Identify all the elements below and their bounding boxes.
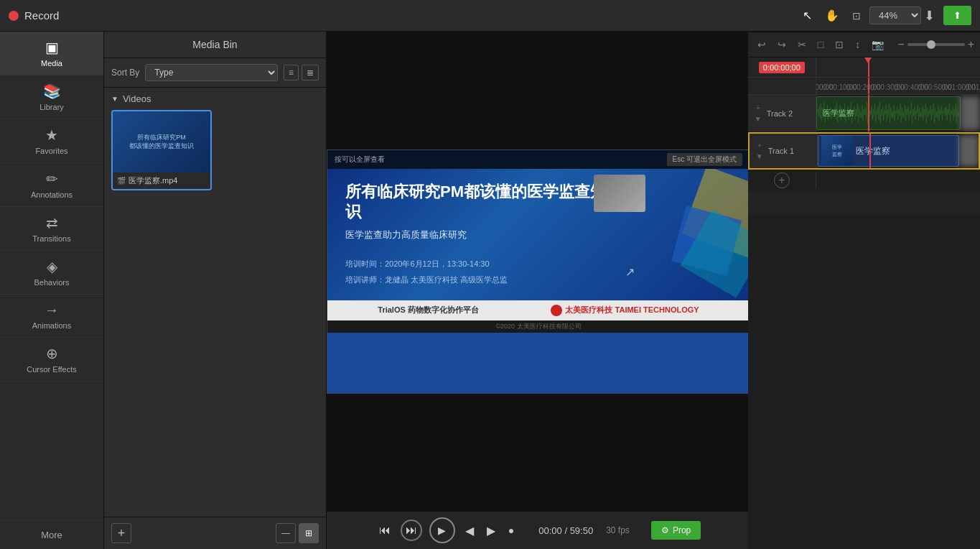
track-2-clip[interactable]: 医学监察 [816,96,961,130]
favorites-icon: ★ [45,126,58,144]
vid-header-left: 按可以全屏查看 [335,154,385,165]
track-2-collapse-button[interactable]: ▼ [754,114,762,124]
track-1-collapse-button[interactable]: ▼ [755,152,764,161]
track-1-clip-label: 医学监察 [856,145,890,157]
track-1-content[interactable]: 医学监察 医学监察 [818,134,979,168]
preview-and-props: 按可以全屏查看 Esc 可退出全屏模式 [327,32,748,549]
preview-area: 按可以全屏查看 Esc 可退出全屏模式 [327,32,748,549]
video-thumb-image: 所有临床研究PM都该懂的医学监查知识 [113,111,210,172]
playhead-track[interactable] [816,57,980,77]
zoom-timeline-slider[interactable] [907,43,965,46]
next-frame-button[interactable]: ▶ [484,521,498,540]
sidebar-item-transitions[interactable]: ⇄ Transitions [0,207,103,251]
media-bin: Media Bin Sort By Type Name Date ≡ ≣ [104,32,327,549]
zoom-out-button[interactable]: − [897,38,904,51]
behaviors-icon: ◈ [47,258,57,275]
sidebar-item-library[interactable]: 📚 Library [0,75,103,119]
sidebar-item-behaviors[interactable]: ◈ Behaviors [0,251,103,295]
crop-tool-button[interactable]: ⊡ [848,7,865,24]
sidebar: ▣ Media 📚 Library ★ Favorites ✏ Annotati… [0,32,104,549]
sort-label: Sort By [111,68,139,78]
vid-logos-bar: TrialOS 药物数字化协作平台 太美医疗科技 TAIMEI TECHNOLO… [327,300,748,320]
track-2-row: + ▼ Track 2 医学监察 [748,95,980,132]
top-bar: Record ↖ ✋ ⊡ 44% 25% 50% 75% 100% ⬇ ⬆ [0,0,980,32]
split-button[interactable]: ↕ [851,37,864,52]
zoom-select[interactable]: 44% 25% 50% 75% 100% [869,6,921,24]
media-icon: ▣ [45,39,59,56]
thumb-text: 所有临床研究PM都该懂的医学监查知识 [129,134,194,150]
hand-tool-button[interactable]: ✋ [821,6,844,25]
download-button[interactable]: ⬇ [921,5,938,27]
track-2-blurred [961,96,980,130]
redo-button[interactable]: ↪ [774,37,790,52]
play-button[interactable]: ▶ [429,517,455,543]
sidebar-item-cursor-effects[interactable]: ⊕ Cursor Effects [0,338,103,382]
video-file-icon: 🎬 [117,177,126,185]
vid-header-bar: 按可以全屏查看 Esc 可退出全屏模式 [327,150,748,169]
copy-button[interactable]: □ [814,37,827,52]
sidebar-item-more[interactable]: More [0,520,103,549]
video-thumb-name: 🎬 医学监察.mp4 [113,172,210,189]
section-arrow-icon: ▼ [111,95,118,103]
time-current: 00:00 [538,525,562,536]
share-button[interactable]: ⬆ [943,6,971,25]
grid-view-button[interactable]: ⊞ [299,523,319,543]
sidebar-item-animations[interactable]: → Animations [0,295,103,338]
sidebar-item-label-favorites: Favorites [35,147,67,155]
timeline-toolbar: ↩ ↪ ✂ □ ⊡ ↕ 📷 − + [748,32,980,57]
skip-back-button[interactable]: ⏮ [376,521,393,540]
gear-icon: ⚙ [661,525,669,535]
logo2-text: 太美医疗科技 TAIMEI TECHNOLOGY [551,305,699,316]
cut-button[interactable]: ✂ [794,37,810,52]
sort-asc-button[interactable]: ≡ [284,65,299,80]
media-bin-header: Media Bin [104,32,326,58]
vid-main-content: 所有临床研究PM都该懂的医学监查知识 医学监查助力高质量临床研究 培训时间：20… [327,169,748,300]
add-media-button[interactable]: + [111,523,131,543]
track-2-name: Track 2 [767,109,793,118]
playhead-row: 0:00:00;00 [748,57,980,78]
media-bin-footer: + — ⊞ [104,517,326,549]
sidebar-item-label-behaviors: Behaviors [34,278,70,287]
video-thumbnail-item[interactable]: 所有临床研究PM都该懂的医学监查知识 🎬 医学监察.mp4 [111,110,212,190]
vid-corner-img [594,175,645,212]
stop-button[interactable]: ● [505,522,517,539]
cursor-tool-button[interactable]: ↖ [798,6,816,25]
prop-btn-label: Prop [673,525,691,535]
sidebar-item-annotations[interactable]: ✏ Annotations [0,163,103,207]
zoom-in-button[interactable]: + [968,38,974,51]
app-title: Record [24,9,798,22]
undo-button[interactable]: ↩ [754,37,770,52]
properties-button[interactable]: ⚙ Prop [651,521,701,540]
sort-select[interactable]: Type Name Date [145,64,278,81]
cursor-effects-icon: ⊕ [46,345,58,362]
logo2-dot [551,305,562,316]
content-area: Media Bin Sort By Type Name Date ≡ ≣ [104,32,748,549]
playhead-label: 0:00:00;00 [748,57,816,77]
ruler-label-space [748,78,816,94]
list-view-button[interactable]: — [276,523,296,543]
sidebar-item-favorites[interactable]: ★ Favorites [0,119,103,163]
top-bar-right: ⬇ ⬆ [921,5,971,27]
time-display: 00:00 / 59:50 [538,525,593,536]
animations-icon: → [45,302,59,318]
snapshot-button[interactable]: 📷 [868,37,887,52]
time-separator: / [564,525,569,536]
prev-frame-button[interactable]: ◀ [462,521,477,540]
add-track-button[interactable]: + [774,172,790,188]
sidebar-item-media[interactable]: ▣ Media [0,32,103,75]
videos-section: ▼ Videos 所有临床研究PM都该懂的医学监查知识 🎬 医学监察.mp4 [104,88,326,196]
fps-display: 30 fps [606,525,630,535]
playhead-time-display: 0:00:00;00 [759,62,805,73]
sidebar-item-label-animations: Animations [32,321,71,330]
step-back-button[interactable]: ⏭ [401,520,422,541]
track-1-clip[interactable]: 医学监察 医学监察 [818,135,959,167]
track-2-content[interactable]: 医学监察 [816,95,980,132]
paste-button[interactable]: ⊡ [831,37,847,52]
videos-section-header[interactable]: ▼ Videos [111,93,319,104]
track-1-add-button[interactable]: + [755,141,764,150]
sort-icons: ≡ ≣ [284,65,319,80]
sidebar-item-label-cursor-effects: Cursor Effects [27,365,77,374]
sort-desc-button[interactable]: ≣ [302,65,319,80]
track-2-add-button[interactable]: + [754,103,762,113]
preview-properties-area: 按可以全屏查看 Esc 可退出全屏模式 [327,32,748,549]
